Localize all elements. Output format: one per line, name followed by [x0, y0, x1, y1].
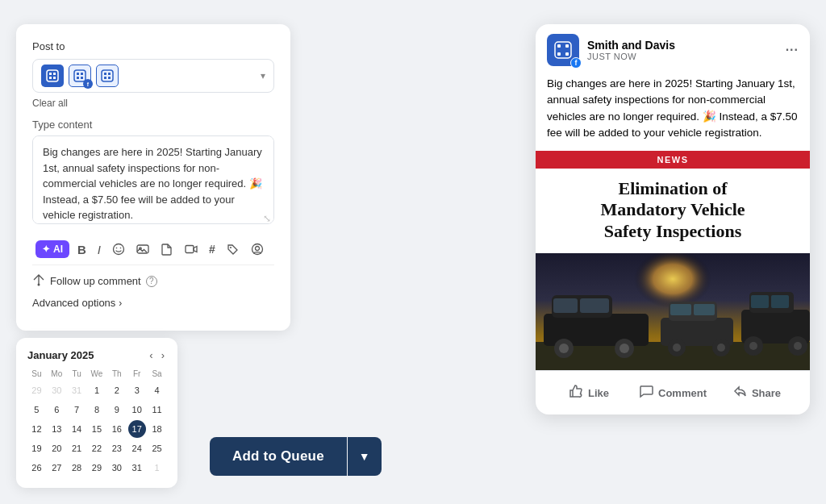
- cal-day-29-prev[interactable]: 29: [27, 381, 45, 399]
- svg-rect-6: [77, 73, 79, 75]
- cal-day-4[interactable]: 4: [148, 381, 166, 399]
- cal-day-12[interactable]: 12: [27, 420, 45, 438]
- account-selector-chevron: ▾: [261, 70, 265, 81]
- fb-post-text: Big changes are here in 2025! Starting J…: [536, 76, 810, 151]
- tag-button[interactable]: [223, 241, 243, 257]
- follow-up-info-icon: ?: [146, 276, 157, 287]
- preview-panel: f Smith and Davis JUST NOW ··· Big chang…: [536, 24, 810, 414]
- fb-card-news-badge: NEWS: [536, 151, 810, 169]
- fb-like-button[interactable]: Like: [547, 377, 631, 408]
- cal-day-2[interactable]: 2: [108, 381, 126, 399]
- cal-day-1[interactable]: 1: [88, 381, 106, 399]
- cal-day-5[interactable]: 5: [27, 401, 45, 419]
- cal-day-6[interactable]: 6: [48, 401, 65, 419]
- cal-day-30[interactable]: 30: [108, 459, 126, 477]
- advanced-options-row[interactable]: Advanced options ›: [32, 297, 274, 309]
- cal-day-11[interactable]: 11: [148, 401, 166, 419]
- cal-day-31-prev[interactable]: 31: [68, 381, 86, 399]
- svg-point-24: [38, 284, 40, 286]
- cal-day-29[interactable]: 29: [88, 459, 106, 477]
- add-to-queue-dropdown-button[interactable]: ▼: [348, 437, 382, 476]
- cal-day-8[interactable]: 8: [88, 401, 106, 419]
- fb-share-button[interactable]: Share: [715, 377, 799, 408]
- type-content-label: Type content: [32, 119, 274, 131]
- cal-day-19[interactable]: 19: [27, 439, 45, 457]
- cal-day-16[interactable]: 16: [108, 420, 126, 438]
- follow-up-row[interactable]: Follow up comment ?: [32, 273, 274, 289]
- main-container: Post to: [0, 0, 826, 504]
- cal-day-25[interactable]: 25: [148, 439, 166, 457]
- cal-day-10[interactable]: 10: [128, 401, 146, 419]
- svg-rect-35: [553, 298, 578, 313]
- cal-day-21[interactable]: 21: [68, 439, 86, 457]
- hashtag-button[interactable]: #: [206, 241, 219, 257]
- cal-day-1-next[interactable]: 1: [148, 459, 166, 477]
- account-icon-3: [96, 65, 119, 87]
- svg-rect-51: [751, 295, 769, 308]
- day-header-tu: Tu: [68, 369, 86, 378]
- svg-rect-1: [49, 73, 52, 75]
- svg-point-17: [120, 248, 122, 249]
- cal-day-9[interactable]: 9: [108, 401, 126, 419]
- cal-day-28[interactable]: 28: [68, 459, 86, 477]
- cal-day-3[interactable]: 3: [128, 381, 146, 399]
- svg-rect-29: [565, 52, 569, 56]
- svg-rect-0: [47, 70, 58, 81]
- svg-point-48: [717, 344, 725, 352]
- fb-card-headline: Elimination of Mandatory Vehicle Safety …: [536, 169, 810, 253]
- account-icon-1: [41, 65, 64, 87]
- add-to-queue-container: Add to Queue ▼: [210, 437, 382, 476]
- fb-comment-button[interactable]: Comment: [631, 377, 715, 408]
- cal-day-31[interactable]: 31: [128, 459, 146, 477]
- emoji-button[interactable]: [109, 241, 128, 257]
- fb-more-button[interactable]: ···: [786, 43, 799, 57]
- content-textarea[interactable]: Big changes are here in 2025! Starting J…: [32, 135, 274, 224]
- file-button[interactable]: [157, 241, 177, 257]
- calendar-prev-button[interactable]: ‹: [148, 349, 154, 361]
- calendar-next-button[interactable]: ›: [160, 349, 166, 361]
- fb-share-icon: [732, 384, 747, 402]
- day-header-mo: Mo: [48, 369, 66, 378]
- svg-rect-26: [557, 44, 561, 48]
- cal-day-7[interactable]: 7: [68, 401, 86, 419]
- account-selector[interactable]: f ▾: [32, 59, 274, 93]
- day-header-su: Su: [27, 369, 46, 378]
- cal-day-14[interactable]: 14: [68, 420, 86, 438]
- toolbar: ✦ AI B I: [32, 234, 274, 265]
- calendar-header: January 2025 ‹ ›: [27, 349, 166, 361]
- italic-button[interactable]: I: [94, 241, 104, 258]
- cal-day-24[interactable]: 24: [128, 439, 146, 457]
- ai-button[interactable]: ✦ AI: [35, 240, 69, 258]
- resize-handle: ⤡: [263, 213, 271, 224]
- calendar-days: 29 30 31 1 2 3 4 5 6 7 8 9 10 11 12 13 1…: [27, 381, 166, 477]
- cal-day-17-today[interactable]: 17: [128, 420, 146, 438]
- fb-card: NEWS Elimination of Mandatory Vehicle Sa…: [536, 151, 810, 370]
- mention-button[interactable]: [248, 241, 267, 257]
- bold-button[interactable]: B: [74, 241, 90, 258]
- cal-day-18[interactable]: 18: [148, 420, 166, 438]
- svg-point-54: [749, 342, 757, 350]
- add-to-queue-button[interactable]: Add to Queue: [210, 437, 347, 476]
- video-button[interactable]: [181, 241, 201, 257]
- follow-up-icon: [32, 273, 45, 289]
- svg-rect-43: [670, 304, 691, 315]
- svg-point-23: [255, 247, 259, 251]
- cal-day-20[interactable]: 20: [48, 439, 65, 457]
- fb-comment-icon: [639, 384, 653, 402]
- calendar-widget: January 2025 ‹ › Su Mo Tu We Th Fr Sa 29…: [16, 338, 177, 488]
- cal-day-27[interactable]: 27: [48, 459, 65, 477]
- fb-like-label: Like: [588, 387, 609, 399]
- calendar-day-headers: Su Mo Tu We Th Fr Sa: [27, 369, 166, 378]
- svg-rect-12: [108, 73, 111, 75]
- image-button[interactable]: [133, 241, 152, 257]
- follow-up-label: Follow up comment: [50, 275, 141, 287]
- day-header-fr: Fr: [127, 369, 146, 378]
- cal-day-30-prev[interactable]: 30: [48, 381, 65, 399]
- clear-all-link[interactable]: Clear all: [32, 98, 274, 109]
- cal-day-13[interactable]: 13: [48, 420, 65, 438]
- cal-day-26[interactable]: 26: [27, 459, 45, 477]
- cal-day-15[interactable]: 15: [88, 420, 106, 438]
- account-icon-2-badge: f: [83, 79, 93, 89]
- cal-day-22[interactable]: 22: [88, 439, 106, 457]
- cal-day-23[interactable]: 23: [108, 439, 126, 457]
